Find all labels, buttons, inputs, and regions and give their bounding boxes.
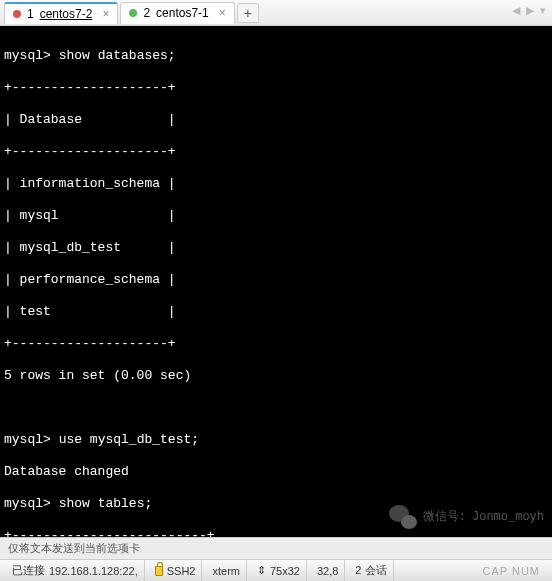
status-connection: 已连接 192.168.1.128:22, [6, 560, 145, 581]
terminal-output[interactable]: mysql> show databases; +----------------… [0, 26, 552, 537]
hint-bar: 仅将文本发送到当前选项卡 [0, 537, 552, 559]
tab-centos7-1[interactable]: 2 centos7-1 × [120, 2, 234, 24]
tab-nav: ◀ ▶ ▾ [510, 4, 548, 17]
nav-menu-icon[interactable]: ▾ [538, 4, 548, 17]
tab-index: 2 [143, 6, 150, 20]
tab-bar: 1 centos7-2 × 2 centos7-1 × + ◀ ▶ ▾ [0, 0, 552, 26]
plus-icon: + [244, 5, 252, 21]
tab-centos7-2[interactable]: 1 centos7-2 × [4, 2, 118, 24]
status-size: ⇕ 75x32 [251, 560, 307, 581]
nav-left-icon[interactable]: ◀ [510, 4, 522, 17]
status-capnum: CAP NUM [476, 565, 546, 577]
tab-index: 1 [27, 7, 34, 21]
tab-label: centos7-2 [40, 7, 93, 21]
lock-icon [155, 566, 163, 576]
watermark: 微信号: Jonmo_moyh [389, 503, 544, 531]
new-tab-button[interactable]: + [237, 3, 259, 23]
wechat-icon [389, 503, 417, 531]
status-dot-icon [129, 9, 137, 17]
status-term: xterm [206, 560, 247, 581]
status-bar: 已连接 192.168.1.128:22, SSH2 xterm ⇕ 75x32… [0, 559, 552, 581]
status-dot-icon [13, 10, 21, 18]
status-protocol: SSH2 [149, 560, 203, 581]
close-icon[interactable]: × [219, 6, 226, 20]
status-sessions: 2 会话 [349, 560, 393, 581]
close-icon[interactable]: × [102, 7, 109, 21]
tab-label: centos7-1 [156, 6, 209, 20]
watermark-value: Jonmo_moyh [472, 509, 544, 525]
nav-right-icon[interactable]: ▶ [524, 4, 536, 17]
resize-icon: ⇕ [257, 564, 266, 577]
status-position: 32,8 [311, 560, 345, 581]
hint-text: 仅将文本发送到当前选项卡 [8, 541, 140, 556]
